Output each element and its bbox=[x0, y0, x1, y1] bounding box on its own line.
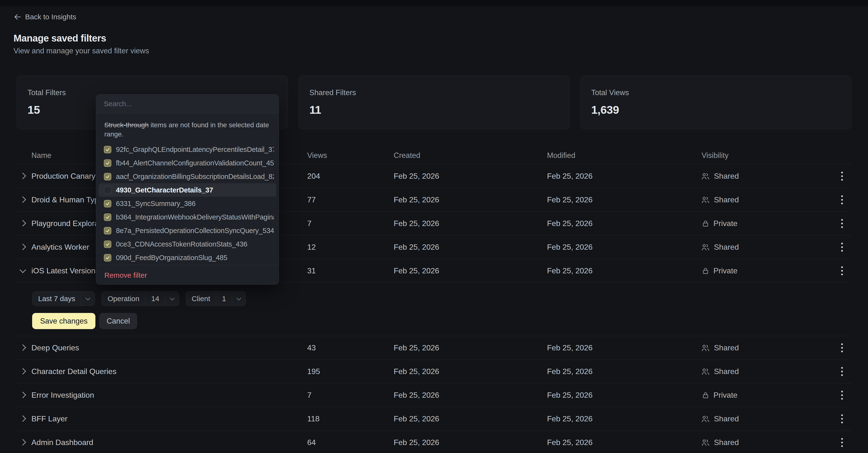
row-views: 77 bbox=[307, 195, 394, 204]
chip-chevron-button[interactable] bbox=[81, 291, 95, 306]
dropdown-operation-item[interactable]: aacf_OrganizationBillingSubscriptionDeta… bbox=[96, 170, 279, 183]
search-input[interactable] bbox=[96, 94, 279, 114]
table-row[interactable]: Character Detail Queries 195 Feb 25, 202… bbox=[17, 360, 851, 383]
row-menu-button[interactable] bbox=[837, 365, 847, 378]
visibility-label: Shared bbox=[714, 243, 739, 252]
row-views: 195 bbox=[307, 367, 394, 376]
row-expander[interactable] bbox=[17, 441, 31, 445]
dropdown-operation-item[interactable]: fb44_AlertChannelConfigurationValidation… bbox=[96, 156, 279, 170]
column-header-views: Views bbox=[307, 151, 394, 160]
remove-filter-button[interactable]: Remove filter bbox=[96, 265, 155, 285]
table-row[interactable]: BFF Layer 118 Feb 25, 2026 Feb 25, 2026 … bbox=[17, 407, 851, 430]
stat-label: Shared Filters bbox=[309, 88, 559, 97]
dropdown-operation-item[interactable]: b364_IntegrationWebhookDeliveryStatusWit… bbox=[96, 210, 279, 224]
row-views: 43 bbox=[307, 344, 394, 352]
visibility-label: Private bbox=[713, 266, 738, 275]
row-views: 12 bbox=[307, 243, 394, 252]
dropdown-item-list: 92fc_GraphQLEndpointLatencyPercentilesDe… bbox=[96, 143, 279, 264]
row-expander[interactable] bbox=[17, 369, 31, 374]
dropdown-operation-item[interactable]: 8e7a_PersistedOperationCollectionSyncQue… bbox=[96, 224, 279, 237]
operation-label: 6331_SyncSummary_386 bbox=[116, 200, 196, 208]
checkbox[interactable] bbox=[104, 254, 111, 261]
back-to-insights-link[interactable]: Back to Insights bbox=[13, 12, 76, 21]
page-header: Back to Insights Manage saved filters Vi… bbox=[0, 6, 868, 55]
row-visibility: Shared bbox=[702, 243, 837, 252]
row-expander[interactable] bbox=[17, 221, 31, 226]
checkmark-icon bbox=[105, 201, 110, 206]
row-views: 7 bbox=[307, 391, 394, 400]
checkbox[interactable] bbox=[104, 186, 111, 194]
checkmark-icon bbox=[105, 255, 110, 260]
checkmark-icon bbox=[105, 228, 110, 233]
dropdown-operation-item[interactable]: 4930_GetCharacterDetails_37 bbox=[98, 183, 276, 197]
row-expander[interactable] bbox=[17, 417, 31, 421]
checkbox[interactable] bbox=[104, 173, 111, 181]
filter-chips: Last 7 daysOperation14Client1 bbox=[32, 291, 851, 306]
filter-chip[interactable]: Client1 bbox=[186, 291, 246, 306]
row-expander[interactable] bbox=[17, 393, 31, 397]
row-menu-button[interactable] bbox=[837, 388, 847, 402]
dropdown-operation-item[interactable]: 92fc_GraphQLEndpointLatencyPercentilesDe… bbox=[96, 143, 279, 156]
checkbox[interactable] bbox=[104, 214, 111, 221]
row-expander[interactable] bbox=[17, 174, 31, 178]
dropdown-search bbox=[96, 94, 279, 114]
row-modified: Feb 25, 2026 bbox=[547, 243, 702, 252]
row-menu-button[interactable] bbox=[837, 217, 847, 230]
row-created: Feb 25, 2026 bbox=[394, 172, 547, 181]
chip-chevron-button[interactable] bbox=[232, 291, 246, 306]
row-menu-button[interactable] bbox=[837, 169, 847, 183]
dropdown-operation-item[interactable]: 6331_SyncSummary_386 bbox=[96, 197, 279, 210]
dropdown-operation-item[interactable]: 090d_FeedByOrganizationSlug_485 bbox=[96, 251, 279, 264]
row-name: Deep Queries bbox=[31, 344, 307, 352]
checkbox[interactable] bbox=[104, 240, 111, 248]
checkbox[interactable] bbox=[104, 200, 111, 207]
stat-card-shared-filters: Shared Filters 11 bbox=[299, 75, 570, 129]
operation-label: fb44_AlertChannelConfigurationValidation… bbox=[116, 159, 274, 167]
row-views: 64 bbox=[307, 438, 394, 447]
visibility-label: Shared bbox=[714, 344, 739, 352]
operations-filter-dropdown: Struck-through items are not found in th… bbox=[96, 94, 279, 285]
table-row[interactable]: Error Investigation 7 Feb 25, 2026 Feb 2… bbox=[17, 383, 851, 407]
filter-chip[interactable]: Last 7 days bbox=[32, 291, 95, 306]
users-icon bbox=[702, 243, 710, 251]
cancel-button[interactable]: Cancel bbox=[99, 313, 137, 329]
table-row[interactable]: Admin Dashboard 64 Feb 25, 2026 Feb 25, … bbox=[17, 430, 851, 453]
stat-label: Total Views bbox=[591, 88, 841, 97]
row-modified: Feb 25, 2026 bbox=[547, 438, 702, 447]
column-header-visibility: Visibility bbox=[702, 151, 837, 160]
row-menu-button[interactable] bbox=[837, 412, 847, 426]
row-menu-button[interactable] bbox=[837, 435, 847, 449]
visibility-label: Private bbox=[713, 391, 738, 400]
checkbox[interactable] bbox=[104, 227, 111, 234]
row-modified: Feb 25, 2026 bbox=[547, 414, 702, 423]
stat-value: 11 bbox=[309, 103, 559, 117]
row-visibility: Shared bbox=[702, 172, 837, 181]
row-expander[interactable] bbox=[17, 346, 31, 350]
visibility-label: Private bbox=[713, 219, 738, 228]
operation-label: aacf_OrganizationBillingSubscriptionDeta… bbox=[116, 173, 274, 181]
row-modified: Feb 25, 2026 bbox=[547, 266, 702, 275]
row-visibility: Shared bbox=[702, 414, 837, 423]
dropdown-operation-item[interactable]: 0ce3_CDNAccessTokenRotationStats_436 bbox=[96, 237, 279, 251]
back-arrow-icon bbox=[13, 13, 22, 21]
row-expander[interactable] bbox=[17, 245, 31, 249]
users-icon bbox=[702, 196, 710, 204]
operation-label: 090d_FeedByOrganizationSlug_485 bbox=[116, 254, 227, 262]
checkbox[interactable] bbox=[104, 159, 111, 167]
row-menu-button[interactable] bbox=[837, 341, 847, 355]
row-expander[interactable] bbox=[17, 269, 31, 272]
chevron-icon bbox=[20, 244, 26, 250]
chip-chevron-button[interactable] bbox=[165, 291, 179, 306]
row-menu-button[interactable] bbox=[837, 264, 847, 278]
row-expander[interactable] bbox=[17, 198, 31, 202]
save-changes-button[interactable]: Save changes bbox=[32, 313, 95, 329]
chevron-icon bbox=[20, 415, 26, 422]
row-modified: Feb 25, 2026 bbox=[547, 391, 702, 400]
row-created: Feb 25, 2026 bbox=[394, 438, 547, 447]
checkbox[interactable] bbox=[104, 146, 111, 153]
row-menu-button[interactable] bbox=[837, 240, 847, 254]
row-visibility: Private bbox=[702, 219, 837, 228]
table-row[interactable]: Deep Queries 43 Feb 25, 2026 Feb 25, 202… bbox=[17, 336, 851, 360]
filter-chip[interactable]: Operation14 bbox=[101, 291, 179, 306]
row-menu-button[interactable] bbox=[837, 193, 847, 207]
